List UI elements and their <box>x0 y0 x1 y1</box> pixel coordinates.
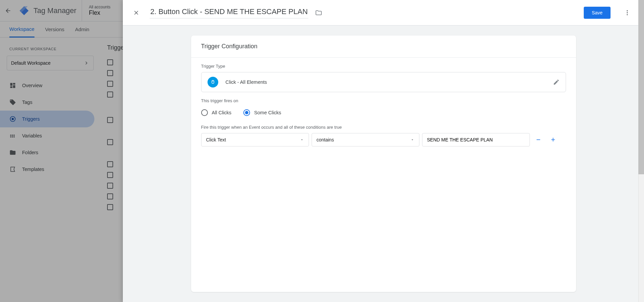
dropdown-icon <box>300 138 304 142</box>
checkbox[interactable] <box>107 183 113 189</box>
dashboard-icon <box>9 82 16 89</box>
sidebar-item-tags[interactable]: Tags <box>0 94 94 111</box>
variables-icon <box>9 132 16 139</box>
workspace-label: CURRENT WORKSPACE <box>0 44 100 54</box>
svg-point-3 <box>627 12 628 13</box>
radio-all-clicks[interactable]: All Clicks <box>201 109 232 116</box>
save-button[interactable]: Save <box>584 7 611 19</box>
svg-point-2 <box>627 10 628 11</box>
radio-icon-selected <box>243 109 250 116</box>
checkbox[interactable] <box>107 172 113 178</box>
trigger-type-label: Trigger Type <box>201 64 566 69</box>
account-selector[interactable]: All accounts Flex <box>82 0 117 21</box>
radio-label: Some Clicks <box>254 110 281 115</box>
close-button[interactable] <box>130 6 143 19</box>
checkbox[interactable] <box>107 204 113 210</box>
template-icon <box>9 166 16 173</box>
sidebar-item-templates[interactable]: Templates <box>0 161 94 178</box>
checkbox[interactable] <box>107 81 113 87</box>
sidebar-item-label: Templates <box>22 167 44 172</box>
tab-admin[interactable]: Admin <box>75 21 89 38</box>
gtm-logo-icon <box>19 5 29 16</box>
checkbox[interactable] <box>107 161 113 167</box>
sidebar-item-label: Overview <box>22 83 42 88</box>
sidebar-item-label: Folders <box>22 150 38 155</box>
checkbox[interactable] <box>107 92 113 98</box>
trigger-icon <box>9 116 16 122</box>
svg-point-1 <box>12 118 14 120</box>
trigger-type-value: Click - All Elements <box>226 79 267 85</box>
tag-icon <box>9 99 16 106</box>
sidebar-item-label: Variables <box>22 133 42 138</box>
add-condition-button[interactable]: + <box>547 134 559 146</box>
condition-label: Fire this trigger when an Event occurs a… <box>201 125 566 130</box>
radio-icon <box>201 109 208 116</box>
sidebar-item-label: Tags <box>22 100 32 105</box>
radio-some-clicks[interactable]: Some Clicks <box>243 109 281 116</box>
app-title: Tag Manager <box>33 6 76 15</box>
remove-condition-button[interactable]: − <box>533 134 545 146</box>
scrollbar-thumb[interactable] <box>638 0 644 174</box>
sidebar-item-variables[interactable]: Variables <box>0 127 94 144</box>
folder-icon <box>9 149 16 156</box>
account-label: All accounts <box>89 5 110 9</box>
checkbox[interactable] <box>107 193 113 199</box>
dropdown-icon <box>410 138 414 142</box>
trigger-name-input[interactable]: 2. Button Click - SEND ME THE ESCAPE PLA… <box>150 7 308 18</box>
select-value: contains <box>317 137 334 142</box>
select-value: Click Text <box>206 137 226 142</box>
workspace-selector[interactable]: Default Workspace <box>7 56 94 70</box>
edit-type-icon[interactable] <box>553 79 560 85</box>
container-name: Flex <box>89 9 110 16</box>
folder-icon[interactable] <box>315 9 322 16</box>
trigger-edit-panel: 2. Button Click - SEND ME THE ESCAPE PLA… <box>123 0 644 302</box>
checkbox[interactable] <box>107 139 113 145</box>
sidebar-item-folders[interactable]: Folders <box>0 144 94 161</box>
sidebar-item-overview[interactable]: Overview <box>0 77 94 94</box>
tab-versions[interactable]: Versions <box>45 21 65 38</box>
svg-point-4 <box>627 14 628 15</box>
condition-operator-select[interactable]: contains <box>312 133 419 146</box>
checkbox-header[interactable] <box>107 59 113 65</box>
card-title: Trigger Configuration <box>191 36 576 58</box>
click-type-icon <box>208 77 218 87</box>
radio-label: All Clicks <box>212 110 232 115</box>
tab-workspace[interactable]: Workspace <box>9 21 34 38</box>
chevron-right-icon <box>83 60 89 66</box>
sidebar-item-triggers[interactable]: Triggers <box>0 111 94 127</box>
checkbox[interactable] <box>107 117 113 123</box>
condition-value-input[interactable] <box>422 133 530 146</box>
trigger-type-selector[interactable]: Click - All Elements <box>201 72 566 92</box>
sidebar-item-label: Triggers <box>22 116 40 122</box>
checkbox[interactable] <box>107 70 113 76</box>
more-menu-button[interactable] <box>621 6 634 19</box>
fires-on-label: This trigger fires on <box>201 98 566 103</box>
condition-variable-select[interactable]: Click Text <box>201 133 309 146</box>
back-button[interactable] <box>0 3 16 19</box>
workspace-selected: Default Workspace <box>11 60 51 66</box>
